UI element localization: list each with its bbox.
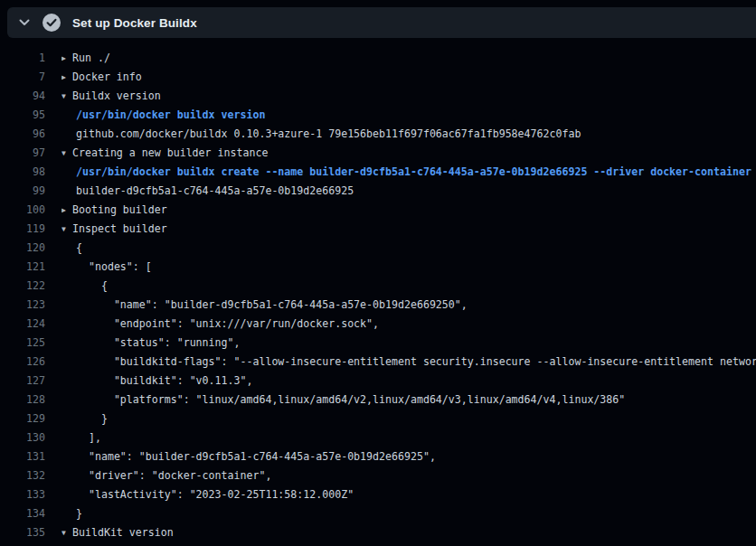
log-text: }	[61, 410, 756, 428]
group-title-text: Inspect builder	[72, 222, 167, 235]
log-group-header: 1▶Run ./	[0, 49, 756, 68]
log-text: "name": "builder-d9cfb5a1-c764-445a-a57e…	[61, 296, 756, 315]
line-number[interactable]: 131	[0, 447, 45, 466]
triangle-right-icon[interactable]: ▶	[61, 68, 72, 87]
step-title: Set up Docker Buildx	[72, 16, 197, 30]
line-number[interactable]: 122	[0, 277, 45, 296]
log-group-header: 135▼BuildKit version	[0, 523, 756, 542]
line-number[interactable]: 126	[0, 353, 45, 372]
group-title-text: Run ./	[72, 52, 110, 64]
group-title[interactable]: ▼Buildx version	[61, 87, 756, 106]
log-line: 128 "platforms": "linux/amd64,linux/amd6…	[0, 391, 756, 410]
log-group-header: 7▶Docker info	[0, 68, 756, 87]
line-number[interactable]: 130	[0, 428, 45, 447]
check-circle-icon	[43, 14, 61, 32]
triangle-down-icon[interactable]: ▼	[61, 220, 72, 239]
line-number[interactable]: 128	[0, 391, 45, 410]
log-group-header: 100▶Booting builder	[0, 201, 756, 220]
log-line: 125 "status": "running",	[0, 334, 756, 353]
line-number[interactable]: 99	[0, 182, 45, 201]
line-number[interactable]: 121	[0, 258, 45, 277]
group-title-text: Booting builder	[72, 203, 167, 216]
line-number[interactable]: 135	[0, 523, 45, 542]
log-group-header: 97▼Creating a new builder instance	[0, 144, 756, 163]
log-group-header: 94▼Buildx version	[0, 87, 756, 106]
line-number[interactable]: 125	[0, 334, 45, 353]
log-line: 122 {	[0, 277, 756, 296]
log-text: {	[61, 239, 756, 258]
line-number[interactable]: 97	[0, 144, 45, 163]
log-viewer: 1▶Run ./7▶Docker info94▼Buildx version95…	[0, 38, 756, 546]
group-title[interactable]: ▶Run ./	[61, 49, 756, 68]
log-line: 131 "name": "builder-d9cfb5a1-c764-445a-…	[0, 447, 756, 466]
line-number[interactable]: 124	[0, 315, 45, 334]
log-line: 99builder-d9cfb5a1-c764-445a-a57e-0b19d2…	[0, 182, 756, 201]
step-header-set-up-docker-buildx[interactable]: Set up Docker Buildx	[7, 7, 756, 38]
log-text: "name": "builder-d9cfb5a1-c764-445a-a57e…	[61, 447, 756, 466]
line-number[interactable]: 96	[0, 125, 45, 144]
log-line: 120{	[0, 239, 756, 258]
triangle-right-icon[interactable]: ▶	[61, 49, 72, 68]
line-number[interactable]: 100	[0, 201, 45, 220]
line-number[interactable]: 132	[0, 466, 45, 485]
log-line: 95/usr/bin/docker buildx version	[0, 106, 756, 125]
log-line: 121 "nodes": [	[0, 258, 756, 277]
log-text: "nodes": [	[61, 258, 756, 277]
group-title-text: Docker info	[72, 71, 142, 83]
log-text: {	[61, 277, 756, 296]
log-line: 129 }	[0, 410, 756, 428]
log-line: 127 "buildkit": "v0.11.3",	[0, 372, 756, 391]
group-title[interactable]: ▼Creating a new builder instance	[61, 144, 756, 163]
triangle-down-icon[interactable]: ▼	[61, 523, 72, 542]
log-line: 124 "endpoint": "unix:///var/run/docker.…	[0, 315, 756, 334]
log-line: 132 "driver": "docker-container",	[0, 466, 756, 485]
log-text: builder-d9cfb5a1-c764-445a-a57e-0b19d2e6…	[61, 182, 756, 201]
group-title-text: Creating a new builder instance	[72, 146, 268, 159]
log-text: "lastActivity": "2023-02-25T11:58:12.000…	[61, 485, 756, 504]
line-number[interactable]: 95	[0, 106, 45, 125]
line-number[interactable]: 7	[0, 68, 45, 87]
log-line: 136builder-d9cfb5a1-c764-445a-a57e-0b19d…	[0, 542, 756, 546]
triangle-down-icon[interactable]: ▼	[61, 144, 72, 163]
log-line: 134}	[0, 504, 756, 523]
log-text: /usr/bin/docker buildx version	[61, 106, 756, 125]
log-line: 98/usr/bin/docker buildx create --name b…	[0, 163, 756, 182]
group-title[interactable]: ▼Inspect builder	[61, 220, 756, 239]
line-number[interactable]: 120	[0, 239, 45, 258]
line-number[interactable]: 123	[0, 296, 45, 315]
log-line: 133 "lastActivity": "2023-02-25T11:58:12…	[0, 485, 756, 504]
log-text: "platforms": "linux/amd64,linux/amd64/v2…	[61, 391, 756, 410]
chevron-down-icon[interactable]	[18, 16, 31, 29]
line-number[interactable]: 98	[0, 163, 45, 182]
line-number[interactable]: 94	[0, 87, 45, 106]
triangle-right-icon[interactable]: ▶	[61, 201, 72, 220]
line-number[interactable]: 119	[0, 220, 45, 239]
log-text: "buildkitd-flags": "--allow-insecure-ent…	[61, 353, 756, 372]
line-number[interactable]: 129	[0, 410, 45, 428]
group-title[interactable]: ▶Booting builder	[61, 201, 756, 220]
log-line: 126 "buildkitd-flags": "--allow-insecure…	[0, 353, 756, 372]
log-group-header: 119▼Inspect builder	[0, 220, 756, 239]
group-title-text: BuildKit version	[72, 526, 174, 539]
log-text: ],	[61, 428, 756, 447]
log-text: "status": "running",	[61, 334, 756, 353]
log-text: builder-d9cfb5a1-c764-445a-a57e-0b19d2e6…	[61, 542, 756, 546]
log-text: "driver": "docker-container",	[61, 466, 756, 485]
group-title-text: Buildx version	[72, 89, 161, 102]
line-number[interactable]: 1	[0, 49, 45, 68]
line-number[interactable]: 136	[0, 542, 45, 546]
log-text: /usr/bin/docker buildx create --name bui…	[61, 163, 756, 182]
log-line: 123 "name": "builder-d9cfb5a1-c764-445a-…	[0, 296, 756, 315]
line-number[interactable]: 133	[0, 485, 45, 504]
log-line: 130 ],	[0, 428, 756, 447]
group-title[interactable]: ▶Docker info	[61, 68, 756, 87]
log-line: 96github.com/docker/buildx 0.10.3+azure-…	[0, 125, 756, 144]
triangle-down-icon[interactable]: ▼	[61, 87, 72, 106]
group-title[interactable]: ▼BuildKit version	[61, 523, 756, 542]
log-text: "endpoint": "unix:///var/run/docker.sock…	[61, 315, 756, 334]
line-number[interactable]: 127	[0, 372, 45, 391]
line-number[interactable]: 134	[0, 504, 45, 523]
log-text: }	[61, 504, 756, 523]
log-text: "buildkit": "v0.11.3",	[61, 372, 756, 391]
log-text: github.com/docker/buildx 0.10.3+azure-1 …	[61, 125, 756, 144]
